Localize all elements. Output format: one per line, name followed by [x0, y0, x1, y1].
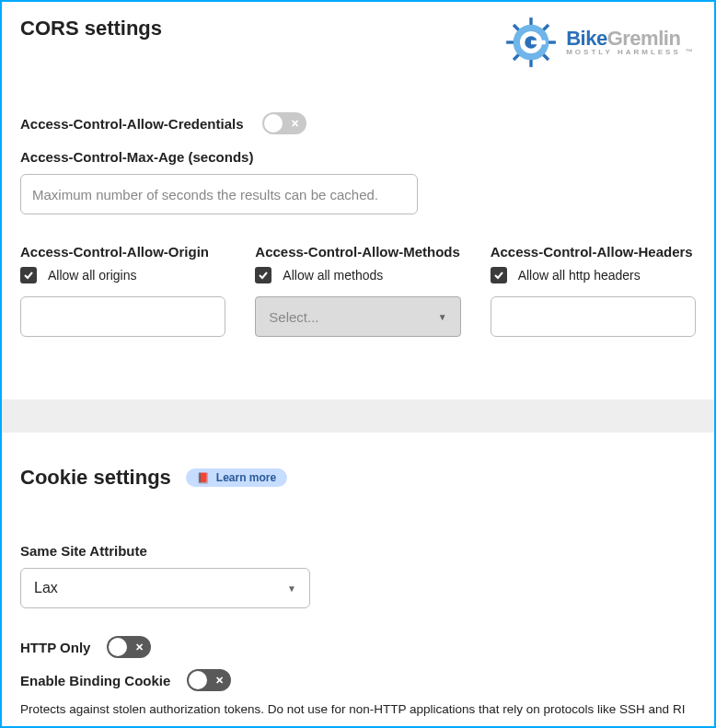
book-icon: 📕 — [197, 472, 210, 484]
brand-name-1: Bike — [566, 27, 606, 50]
toggle-knob — [264, 114, 283, 133]
toggle-off-icon: ✕ — [291, 118, 299, 130]
cors-section: CORS settings Bi — [2, 2, 714, 374]
samesite-select[interactable]: Lax ▼ — [20, 568, 310, 608]
check-icon — [493, 270, 504, 281]
brand-text: BikeGremlin MOSTLY HARMLESS ™ — [566, 28, 696, 56]
samesite-value: Lax — [34, 580, 58, 596]
allow-origin-label: Access-Control-Allow-Origin — [20, 244, 225, 260]
svg-rect-5 — [549, 40, 556, 43]
svg-rect-6 — [542, 24, 549, 31]
allow-headers-check-label: Allow all http headers — [518, 268, 641, 283]
toggle-knob — [109, 638, 127, 656]
binding-cookie-label: Enable Binding Cookie — [20, 673, 170, 688]
max-age-label: Access-Control-Max-Age (seconds) — [20, 149, 696, 165]
svg-rect-4 — [506, 40, 514, 43]
cors-title: CORS settings — [20, 17, 162, 40]
allow-headers-label: Access-Control-Allow-Headers — [491, 244, 696, 260]
binding-cookie-row: Enable Binding Cookie ✕ — [20, 669, 696, 691]
allow-credentials-row: Access-Control-Allow-Credentials ✕ — [20, 112, 696, 134]
learn-more-button[interactable]: 📕 Learn more — [186, 468, 287, 487]
learn-more-label: Learn more — [216, 471, 276, 484]
samesite-label: Same Site Attribute — [20, 543, 696, 559]
cors-header: CORS settings Bi — [20, 17, 696, 68]
allow-methods-check-row: Allow all methods — [255, 267, 460, 283]
max-age-block: Access-Control-Max-Age (seconds) — [20, 149, 696, 214]
cookie-header: Cookie settings 📕 Learn more — [20, 466, 696, 490]
allow-methods-check-label: Allow all methods — [283, 268, 383, 283]
svg-rect-3 — [530, 60, 533, 67]
allow-methods-col: Access-Control-Allow-Methods Allow all m… — [255, 244, 460, 337]
allow-origin-check-row: Allow all origins — [20, 267, 225, 283]
section-divider — [2, 399, 714, 433]
brand-name: BikeGremlin — [566, 28, 696, 49]
binding-cookie-toggle[interactable]: ✕ — [187, 669, 231, 691]
allow-headers-col: Access-Control-Allow-Headers Allow all h… — [491, 244, 696, 337]
allow-headers-input[interactable] — [491, 296, 696, 337]
allow-headers-check-row: Allow all http headers — [491, 267, 696, 283]
brand-tagline: MOSTLY HARMLESS ™ — [566, 49, 696, 56]
toggle-off-icon: ✕ — [215, 675, 224, 687]
http-only-row: HTTP Only ✕ — [20, 636, 696, 658]
check-icon — [258, 270, 269, 281]
allow-methods-checkbox[interactable] — [255, 267, 271, 283]
cookie-title: Cookie settings — [20, 466, 171, 490]
svg-rect-9 — [542, 53, 549, 61]
svg-rect-2 — [530, 17, 533, 25]
chevron-down-icon: ▼ — [287, 584, 296, 594]
max-age-input[interactable] — [20, 174, 418, 214]
allow-origin-input[interactable] — [20, 296, 225, 337]
brand-logo: BikeGremlin MOSTLY HARMLESS ™ — [505, 17, 696, 68]
brand-name-2: Gremlin — [607, 27, 681, 50]
select-placeholder: Select... — [269, 309, 318, 325]
cors-columns: Access-Control-Allow-Origin Allow all or… — [20, 244, 696, 337]
chevron-down-icon: ▼ — [438, 312, 447, 322]
check-icon — [23, 270, 34, 281]
allow-methods-label: Access-Control-Allow-Methods — [255, 244, 460, 260]
http-only-toggle[interactable]: ✕ — [107, 636, 151, 658]
toggle-knob — [189, 671, 207, 689]
svg-rect-8 — [513, 24, 520, 31]
allow-credentials-toggle[interactable]: ✕ — [262, 112, 306, 134]
allow-origin-checkbox[interactable] — [20, 267, 37, 283]
svg-rect-7 — [513, 53, 520, 61]
svg-rect-10 — [531, 40, 546, 44]
allow-headers-checkbox[interactable] — [491, 267, 507, 283]
allow-origin-col: Access-Control-Allow-Origin Allow all or… — [20, 244, 225, 337]
gear-icon — [505, 17, 557, 68]
samesite-block: Same Site Attribute Lax ▼ — [20, 543, 696, 608]
http-only-label: HTTP Only — [20, 640, 90, 655]
binding-cookie-help: Protects against stolen authorization to… — [20, 702, 696, 716]
toggle-off-icon: ✕ — [135, 641, 144, 653]
allow-methods-select[interactable]: Select... ▼ — [255, 296, 460, 337]
allow-origin-check-label: Allow all origins — [48, 268, 136, 283]
allow-credentials-label: Access-Control-Allow-Credentials — [20, 116, 244, 132]
cookie-section: Cookie settings 📕 Learn more Same Site A… — [2, 433, 714, 725]
